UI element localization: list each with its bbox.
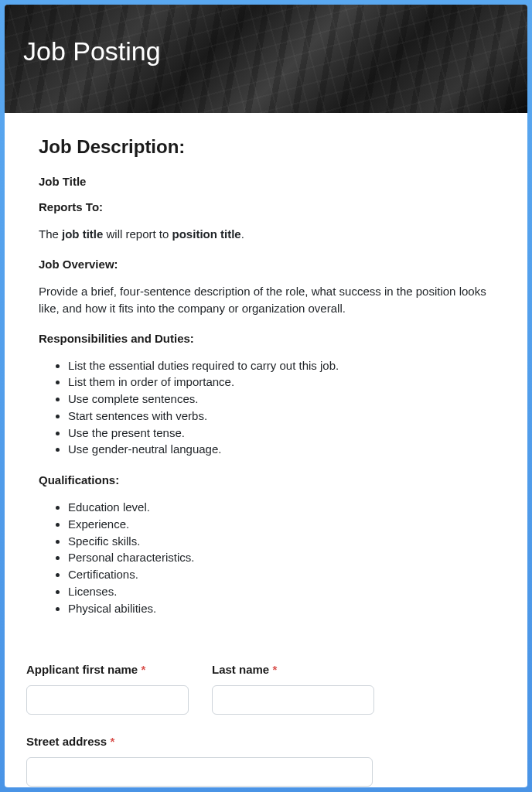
job-description-heading: Job Description: xyxy=(39,136,493,158)
required-marker: * xyxy=(141,663,145,676)
list-item: List the essential duties required to ca… xyxy=(68,357,493,374)
list-item: Use gender-neutral language. xyxy=(68,441,493,458)
qualifications-label: Qualifications: xyxy=(39,473,493,486)
list-item: Use the present tense. xyxy=(68,425,493,442)
required-marker: * xyxy=(272,663,277,676)
qualifications-list: Education level. Experience. Specific sk… xyxy=(39,499,493,616)
list-item: Specific skills. xyxy=(68,533,493,550)
first-name-label: Applicant first name * xyxy=(26,663,189,676)
page-title: Job Posting xyxy=(23,36,161,67)
list-item: Licenses. xyxy=(68,583,493,600)
header-banner: Job Posting xyxy=(5,5,527,113)
list-item: Experience. xyxy=(68,516,493,533)
applicant-form: Applicant first name * Last name * Stree… xyxy=(5,647,527,787)
reports-to-label: Reports To: xyxy=(39,200,493,213)
list-item: Use complete sentences. xyxy=(68,391,493,408)
street-input[interactable] xyxy=(26,757,373,787)
first-name-input[interactable] xyxy=(26,685,189,715)
description-section: Job Description: Job Title Reports To: T… xyxy=(5,113,527,647)
list-item: Physical abilities. xyxy=(68,600,493,617)
job-overview-text: Provide a brief, four-sentence descripti… xyxy=(39,283,493,318)
first-name-group: Applicant first name * xyxy=(26,663,189,715)
required-marker: * xyxy=(110,735,114,748)
name-row: Applicant first name * Last name * xyxy=(26,663,506,715)
list-item: List them in order of importance. xyxy=(68,374,493,391)
list-item: Personal characteristics. xyxy=(68,549,493,566)
responsibilities-list: List the essential duties required to ca… xyxy=(39,357,493,459)
responsibilities-label: Responsibilities and Duties: xyxy=(39,332,493,345)
list-item: Education level. xyxy=(68,499,493,516)
last-name-group: Last name * xyxy=(212,663,374,715)
street-row: Street address * xyxy=(26,735,506,787)
reports-to-text: The job title will report to position ti… xyxy=(39,226,493,244)
job-overview-label: Job Overview: xyxy=(39,258,493,271)
street-group: Street address * xyxy=(26,735,506,787)
job-title-label: Job Title xyxy=(39,175,493,188)
list-item: Start sentences with verbs. xyxy=(68,408,493,425)
last-name-input[interactable] xyxy=(212,685,374,715)
form-container: Job Posting Job Description: Job Title R… xyxy=(5,5,527,787)
list-item: Certifications. xyxy=(68,566,493,583)
street-label: Street address * xyxy=(26,735,506,748)
last-name-label: Last name * xyxy=(212,663,374,676)
